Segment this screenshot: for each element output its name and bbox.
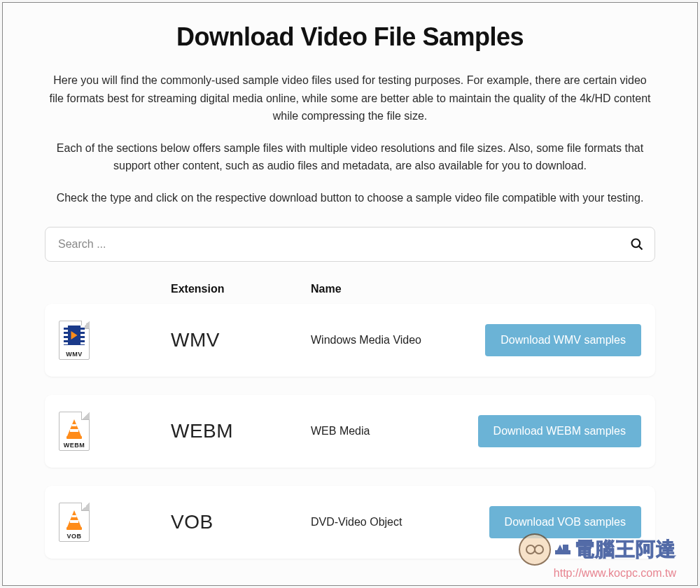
file-icon-vob: VOB	[59, 503, 90, 542]
column-header-extension: Extension	[171, 283, 311, 295]
search-input[interactable]	[45, 227, 655, 262]
download-button[interactable]: Download WEBM samples	[478, 415, 641, 447]
intro-paragraph-2: Each of the sections below offers sample…	[49, 139, 651, 175]
table-row: WEBM WEBM WEB Media Download WEBM sample…	[45, 395, 655, 468]
page-title: Download Video File Samples	[45, 22, 655, 52]
format-name-text: DVD-Video Object	[311, 516, 402, 528]
format-name-text: WEB Media	[311, 425, 370, 437]
file-icon-label: WMV	[59, 351, 89, 358]
file-icon-label: WEBM	[59, 442, 89, 449]
file-icon-label: VOB	[59, 533, 89, 540]
file-icon-wmv: WMV	[59, 321, 90, 360]
file-icon-webm: WEBM	[59, 412, 90, 451]
extension-text: WEBM	[171, 420, 233, 442]
svg-line-1	[639, 246, 643, 249]
extension-text: VOB	[171, 511, 214, 533]
extension-text: WMV	[171, 329, 220, 351]
table-row: VOB VOB DVD-Video Object Download VOB sa…	[45, 486, 655, 559]
table-header: Extension Name	[45, 283, 655, 304]
search-bar	[45, 227, 655, 262]
intro-paragraph-3: Check the type and click on the respecti…	[49, 189, 651, 207]
download-button[interactable]: Download VOB samples	[489, 506, 641, 538]
search-icon[interactable]	[630, 237, 644, 251]
column-header-name: Name	[311, 283, 459, 295]
table-row: WMV WMV Windows Media Video Download WMV…	[45, 304, 655, 377]
format-name-text: Windows Media Video	[311, 334, 421, 346]
download-button[interactable]: Download WMV samples	[485, 324, 641, 356]
svg-point-0	[632, 239, 640, 247]
intro-paragraph-1: Here you will find the commonly-used sam…	[49, 71, 651, 125]
